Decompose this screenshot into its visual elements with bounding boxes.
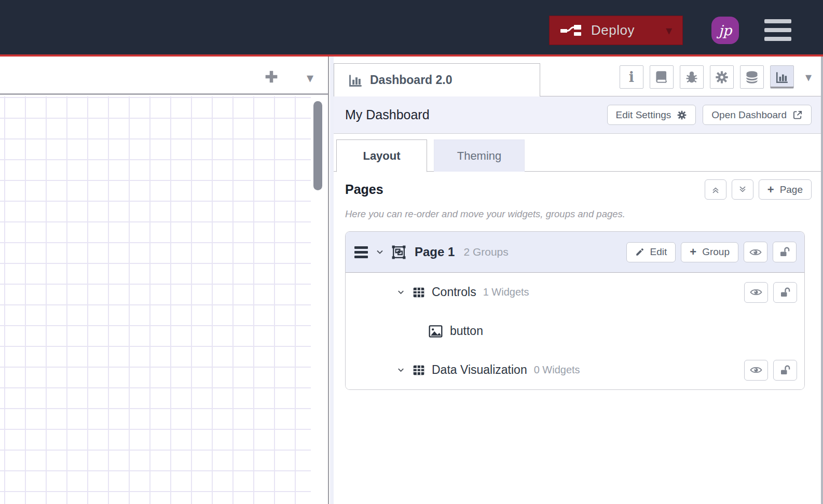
external-link-icon	[792, 110, 803, 120]
eye-icon	[750, 288, 762, 297]
edit-page-label: Edit	[650, 246, 667, 258]
object-group-icon	[391, 244, 407, 260]
dashboard-subtabs: Layout Theming	[334, 134, 823, 172]
drag-handle-icon[interactable]	[353, 244, 369, 260]
sidebar-scrollbar[interactable]	[821, 57, 823, 504]
add-page-label: Page	[780, 184, 803, 195]
page-groups-count: 2 Groups	[463, 246, 508, 258]
sidebar-resize-handle[interactable]	[330, 57, 334, 504]
hamburger-icon	[764, 37, 791, 41]
deploy-options-caret-icon[interactable]: ▾	[666, 23, 672, 38]
dashboard-tab-button[interactable]	[770, 65, 794, 89]
edit-settings-button[interactable]: Edit Settings	[607, 105, 696, 125]
info-tab-button[interactable]: i	[620, 65, 643, 89]
group-widgets-count: 0 Widgets	[534, 364, 580, 376]
tab-layout-label: Layout	[363, 149, 400, 163]
toggle-group-lock-button[interactable]	[773, 282, 797, 303]
deploy-nodes-icon	[560, 24, 582, 37]
sidebar-tabs-caret-icon[interactable]: ▾	[805, 70, 812, 85]
dashboard-title: My Dashboard	[345, 107, 430, 122]
add-group-button[interactable]: + Group	[681, 242, 738, 262]
table-icon	[412, 363, 426, 377]
widget-name: button	[450, 324, 483, 338]
plus-icon	[263, 68, 280, 86]
pages-section: Pages + Page Here you can re-orde	[334, 172, 823, 390]
group-row[interactable]: Data Visualization 0 Widgets	[346, 351, 804, 389]
unlock-icon	[778, 246, 791, 258]
pages-description: Here you can re-order and move your widg…	[345, 208, 812, 220]
flow-workspace: ▾	[0, 57, 329, 504]
eye-icon	[749, 248, 762, 257]
sidebar-icon-toolbar: i	[620, 65, 812, 89]
page-row[interactable]: Page 1 2 Groups Edit + G	[346, 232, 804, 273]
group-name: Controls	[432, 285, 476, 299]
tab-theming-label: Theming	[457, 149, 502, 163]
canvas-vertical-scrollbar[interactable]	[313, 101, 322, 190]
table-icon	[412, 286, 426, 299]
toggle-page-lock-button[interactable]	[773, 242, 797, 262]
hamburger-icon	[764, 19, 791, 23]
toggle-group-lock-button[interactable]	[773, 360, 797, 381]
image-icon	[428, 325, 443, 338]
hamburger-icon	[764, 28, 791, 32]
flow-canvas-grid[interactable]	[0, 96, 311, 504]
toggle-page-visibility-button[interactable]	[744, 242, 767, 262]
add-flow-button[interactable]	[263, 68, 280, 86]
chevron-down-icon[interactable]	[396, 287, 406, 297]
user-avatar[interactable]: jp	[711, 17, 739, 44]
group-row[interactable]: Controls 1 Widgets	[346, 273, 804, 312]
open-dashboard-label: Open Dashboard	[711, 109, 787, 121]
add-group-label: Group	[702, 246, 730, 258]
bar-chart-icon	[775, 71, 789, 84]
edit-page-button[interactable]: Edit	[626, 242, 676, 262]
expand-all-button[interactable]	[732, 179, 753, 200]
pages-heading: Pages	[345, 182, 383, 197]
sidebar: Dashboard 2.0 i	[334, 57, 823, 504]
plus-icon: +	[690, 246, 696, 258]
sidebar-tab-strip: Dashboard 2.0 i	[334, 57, 823, 96]
double-chevron-up-icon	[710, 185, 721, 195]
avatar-initials: jp	[719, 22, 732, 38]
help-tab-button[interactable]	[650, 65, 674, 89]
edit-settings-label: Edit Settings	[616, 109, 671, 121]
group-name: Data Visualization	[432, 363, 527, 377]
widget-row[interactable]: button	[346, 312, 804, 351]
collapse-all-button[interactable]	[705, 179, 726, 200]
flow-list-button[interactable]: ▾	[307, 70, 313, 86]
context-data-tab-button[interactable]	[740, 65, 764, 89]
deploy-button[interactable]: Deploy ▾	[549, 16, 683, 45]
toggle-group-visibility-button[interactable]	[744, 360, 768, 381]
group-widgets-count: 1 Widgets	[483, 286, 529, 298]
unlock-icon	[779, 364, 791, 376]
pencil-icon	[635, 247, 644, 257]
flow-tabbar: ▾	[0, 57, 328, 95]
add-page-button[interactable]: + Page	[759, 179, 812, 200]
deploy-label: Deploy	[591, 22, 635, 38]
open-dashboard-button[interactable]: Open Dashboard	[703, 105, 812, 125]
eye-icon	[750, 366, 762, 374]
chevron-down-icon[interactable]	[396, 365, 406, 375]
bar-chart-icon	[348, 73, 363, 88]
chevron-down-icon[interactable]	[375, 247, 385, 257]
plus-icon: +	[767, 184, 774, 195]
debug-tab-button[interactable]	[680, 65, 704, 89]
gear-icon	[715, 70, 729, 85]
info-icon: i	[629, 70, 634, 84]
gear-icon	[677, 110, 687, 120]
sidebar-tab-title: Dashboard 2.0	[370, 73, 452, 87]
tab-layout[interactable]: Layout	[336, 139, 427, 172]
toggle-group-visibility-button[interactable]	[744, 282, 768, 303]
dashboard-info-bar: My Dashboard Edit Settings	[334, 96, 823, 134]
tab-dashboard-2[interactable]: Dashboard 2.0	[334, 63, 540, 96]
app-header: Deploy ▾ jp	[0, 0, 823, 54]
tab-theming[interactable]: Theming	[434, 139, 525, 172]
config-nodes-tab-button[interactable]	[710, 65, 734, 89]
bug-icon	[684, 70, 699, 85]
book-icon	[654, 70, 668, 84]
page-title: Page 1	[415, 245, 455, 259]
database-icon	[745, 70, 759, 85]
double-chevron-down-icon	[737, 185, 748, 195]
page-card: Page 1 2 Groups Edit + G	[345, 231, 805, 390]
unlock-icon	[779, 286, 791, 299]
main-menu-button[interactable]	[764, 19, 791, 41]
